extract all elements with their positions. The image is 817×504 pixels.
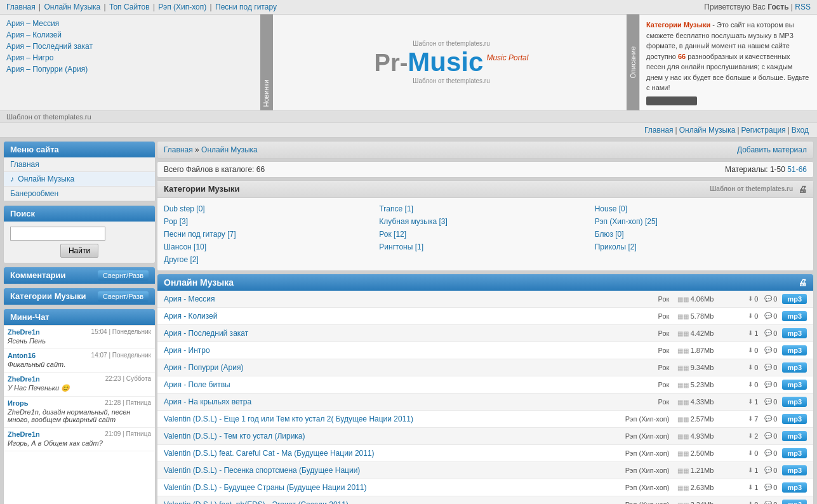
mp3-button-4[interactable]: mp3 bbox=[782, 345, 807, 355]
header-recent-tracks: Ария – Мессия Ария – Колизей Ария – Посл… bbox=[0, 15, 260, 110]
track-row-5: Ария - Попурри (Ария) Рок ▦▦ 9.34Mb ⬇0 💬… bbox=[157, 359, 813, 376]
music-list-title: Онлайн Музыка bbox=[164, 277, 234, 288]
nav-top-sites[interactable]: Топ Сайтов bbox=[109, 3, 150, 11]
comment-icon: 💬 bbox=[764, 295, 772, 302]
cat-blues[interactable]: Блюз [0] bbox=[595, 229, 807, 240]
recent-track-4[interactable]: Ария – Нигро bbox=[6, 52, 254, 63]
track-stats-13: ⬇0 💬0 bbox=[714, 501, 777, 505]
site-name: Категории Музыки bbox=[646, 21, 710, 29]
chat-time-4: 21:28 | Пятница bbox=[105, 399, 151, 406]
chat-user-2: Anton16 bbox=[8, 352, 36, 359]
mp3-button-12[interactable]: mp3 bbox=[782, 482, 807, 493]
download-icon-10: ⬇ bbox=[748, 449, 753, 456]
banner-subtitle-bottom: Шаблон от thetemplates.ru bbox=[413, 77, 489, 84]
track-size-4: ▦▦ 1.87Mb bbox=[669, 347, 714, 354]
sidebar-item-banner[interactable]: Банерообмен bbox=[4, 187, 155, 201]
track-title-7: Ария - На крыльях ветра bbox=[164, 397, 606, 406]
header-description: Категории Музыки - Это сайт на котором в… bbox=[639, 15, 817, 110]
top-navigation: Главная | Онлайн Музыка | Топ Сайтов | Р… bbox=[6, 3, 277, 11]
second-nav-home[interactable]: Главная bbox=[644, 126, 674, 135]
comments-toggle-button[interactable]: Свернт/Разв bbox=[98, 270, 149, 281]
search-button[interactable]: Найти bbox=[60, 244, 98, 258]
second-nav-login[interactable]: Вход bbox=[792, 126, 809, 135]
recent-track-1[interactable]: Ария – Мессия bbox=[6, 18, 254, 29]
content-area: Главная » Онлайн Музыка Добавить материа… bbox=[157, 141, 814, 505]
mp3-button-2[interactable]: mp3 bbox=[782, 311, 807, 321]
sidebar-item-home[interactable]: Главная bbox=[4, 157, 155, 172]
nav-rap[interactable]: Рэп (Хип-хоп) bbox=[158, 3, 206, 11]
track-row-8: Valentin (D.S.L) - Еще 1 год или Тем кто… bbox=[157, 411, 813, 428]
second-nav-music[interactable]: Онлайн Музыка bbox=[679, 126, 736, 135]
progress-bar bbox=[646, 96, 697, 105]
breadcrumb-music[interactable]: Онлайн Музыка bbox=[201, 145, 258, 154]
cat-pop[interactable]: Pop [3] bbox=[164, 216, 376, 227]
nav-guitar[interactable]: Песни под гитару bbox=[215, 3, 277, 11]
mp3-button-8[interactable]: mp3 bbox=[782, 414, 807, 424]
nav-online-music[interactable]: Онлайн Музыка bbox=[44, 3, 100, 11]
cat-ringtones[interactable]: Рингтоны [1] bbox=[379, 241, 591, 253]
download-icon: ⬇ bbox=[748, 295, 753, 302]
chat-area[interactable]: ZheDre1n 15:04 | Понедельник Ясень Пень … bbox=[4, 325, 155, 505]
categories-title: Категории Музыки bbox=[164, 184, 240, 194]
chat-time-1: 15:04 | Понедельник bbox=[91, 328, 151, 335]
track-row-6: Ария - Поле битвы Рок ▦▦ 5.23Mb ⬇0 💬0 mp… bbox=[157, 376, 813, 394]
cat-jokes[interactable]: Приколы [2] bbox=[595, 241, 807, 253]
mp3-button-3[interactable]: mp3 bbox=[782, 328, 807, 338]
track-genre-6: Рок bbox=[606, 381, 669, 388]
sidebar-comments-header: Комментарии Свернт/Разв bbox=[4, 267, 155, 284]
cat-dubstep[interactable]: Dub step [0] bbox=[164, 203, 376, 215]
download-icon-6: ⬇ bbox=[748, 381, 753, 388]
track-size-12: ▦▦ 2.63Mb bbox=[669, 484, 714, 491]
track-title-10: Valentin (D.S.L) feat. Careful Cat - Ма … bbox=[164, 449, 606, 458]
add-material-link[interactable]: Добавить материал bbox=[737, 145, 807, 154]
track-row-1: Ария - Мессия Рок ▦▦ 4.06Mb ⬇0 💬0 mp3 bbox=[157, 291, 813, 308]
cat-club[interactable]: Клубная музыка [3] bbox=[379, 216, 591, 227]
download-icon-3: ⬇ bbox=[748, 329, 753, 336]
track-stats-11: ⬇1 💬0 bbox=[714, 467, 777, 474]
mp3-button-6[interactable]: mp3 bbox=[782, 380, 807, 390]
mp3-button-1[interactable]: mp3 bbox=[782, 294, 807, 304]
chat-time-3: 22:23 | Суббота bbox=[105, 375, 151, 382]
sidebar-menu-header: Меню сайта bbox=[4, 142, 155, 157]
sidebar-chat-section: Мини-Чат ZheDre1n 15:04 | Понедельник Яс… bbox=[3, 308, 156, 505]
cat-guitar[interactable]: Песни под гитару [7] bbox=[164, 229, 376, 240]
sidebar-menu-section: Меню сайта Главная ♪ Онлайн Музыка Банер… bbox=[3, 141, 156, 202]
recent-track-3[interactable]: Ария – Последний закат bbox=[6, 41, 254, 52]
cat-trance[interactable]: Trance [1] bbox=[379, 203, 591, 215]
track-title-9: Valentin (D.S.L) - Тем кто устал (Лирика… bbox=[164, 432, 606, 441]
categories-toggle-button[interactable]: Свернт/Разв bbox=[98, 291, 149, 302]
description-text: - Это сайт на котором вы сможете бесплат… bbox=[646, 21, 809, 91]
track-title-5: Ария - Попурри (Ария) bbox=[164, 363, 606, 372]
track-row-4: Ария - Интро Рок ▦▦ 1.87Mb ⬇0 💬0 mp3 bbox=[157, 342, 813, 359]
cat-rock[interactable]: Рок [12] bbox=[379, 229, 591, 240]
recent-track-2[interactable]: Ария – Колизей bbox=[6, 29, 254, 41]
cat-shanson[interactable]: Шансон [10] bbox=[164, 241, 376, 253]
track-title-1: Ария - Мессия bbox=[164, 295, 606, 303]
mp3-button-13[interactable]: mp3 bbox=[782, 500, 807, 505]
breadcrumb-home[interactable]: Главная bbox=[164, 145, 193, 154]
files-count-bar: Всего Файлов в каталоге: 66 Материалы: 1… bbox=[157, 161, 814, 178]
cat-rap[interactable]: Рэп (Хип-хоп) [25] bbox=[595, 216, 807, 227]
mp3-button-10[interactable]: mp3 bbox=[782, 448, 807, 458]
track-size-2: ▦▦ 5.78Mb bbox=[669, 312, 714, 320]
rss-link[interactable]: RSS bbox=[795, 3, 811, 11]
cat-other[interactable]: Другое [2] bbox=[164, 254, 376, 265]
mp3-button-11[interactable]: mp3 bbox=[782, 465, 807, 475]
mp3-button-5[interactable]: mp3 bbox=[782, 362, 807, 373]
cat-house[interactable]: House [0] bbox=[595, 203, 807, 215]
comment-icon-13: 💬 bbox=[764, 501, 772, 504]
page-51-link[interactable]: 51-66 bbox=[787, 165, 807, 174]
mp3-button-7[interactable]: mp3 bbox=[782, 397, 807, 407]
recent-track-5[interactable]: Ария – Попурри (Ария) bbox=[6, 63, 254, 75]
printer-icon[interactable]: 🖨 bbox=[798, 184, 807, 194]
track-size-7: ▦▦ 4.33Mb bbox=[669, 398, 714, 406]
chat-user-4: Игорь bbox=[8, 399, 29, 407]
mp3-button-9[interactable]: mp3 bbox=[782, 431, 807, 441]
nav-home[interactable]: Главная bbox=[6, 3, 36, 11]
search-input[interactable] bbox=[10, 227, 105, 241]
music-list-printer-icon[interactable]: 🖨 bbox=[798, 277, 807, 288]
comment-icon-9: 💬 bbox=[764, 432, 772, 439]
track-title-4: Ария - Интро bbox=[164, 346, 606, 355]
sidebar-item-music[interactable]: ♪ Онлайн Музыка bbox=[4, 172, 155, 187]
second-nav-register[interactable]: Регистрация bbox=[741, 126, 786, 135]
